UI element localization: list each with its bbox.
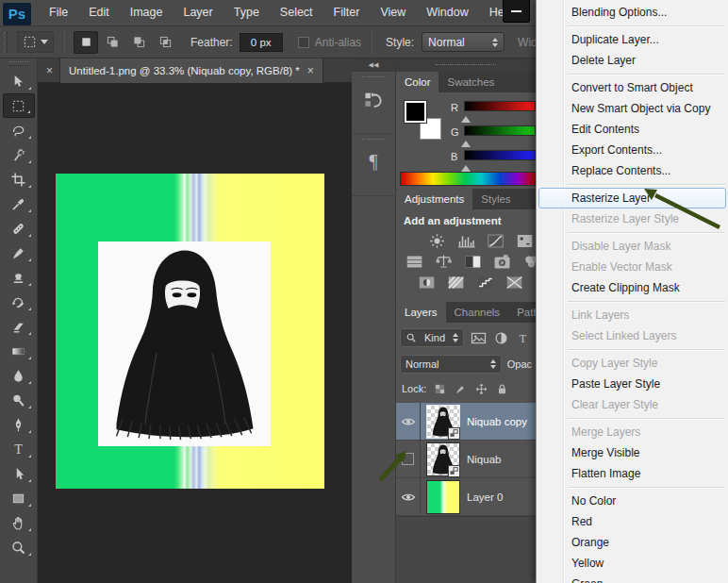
posterize-adjustment-icon[interactable] [446, 275, 466, 291]
brightness-contrast-adjustment-icon[interactable] [427, 233, 447, 249]
color-spectrum-ramp[interactable] [400, 172, 536, 186]
path-selection-tool[interactable] [3, 461, 35, 486]
menubar-item-filter[interactable]: Filter [323, 0, 371, 25]
layer-row-niquab[interactable]: Niquab [396, 441, 536, 478]
black-white-adjustment-icon[interactable] [463, 254, 483, 270]
tool-preset-picker[interactable] [17, 31, 54, 53]
photo-filter-adjustment-icon[interactable] [492, 254, 512, 270]
channel-slider-thumb[interactable] [461, 160, 471, 172]
brush-tool[interactable] [3, 241, 35, 265]
context-menu-item-create-clipping-mask[interactable]: Create Clipping Mask [538, 277, 726, 298]
context-menu-item-export-contents[interactable]: Export Contents... [538, 140, 726, 160]
lock-position-icon[interactable] [475, 383, 488, 395]
gradient-map-adjustment-icon[interactable] [505, 275, 524, 291]
menubar-item-select[interactable]: Select [270, 0, 323, 25]
invert-adjustment-icon[interactable] [417, 275, 437, 291]
channel-slider-track[interactable] [464, 125, 536, 136]
dock-item-paragraph[interactable]: ¶ [352, 134, 395, 196]
context-menu-item-green[interactable]: Green [538, 574, 726, 583]
magic-wand-tool[interactable] [3, 142, 35, 167]
layer-row-niquab-copy[interactable]: Niquab copy [396, 403, 536, 441]
tab-color[interactable]: Color [396, 72, 438, 92]
threshold-adjustment-icon[interactable] [475, 275, 495, 291]
canvas[interactable] [38, 83, 352, 583]
blend-mode-select[interactable]: Normal [400, 355, 502, 374]
channel-slider-track[interactable] [464, 150, 536, 160]
channel-slider-track[interactable] [464, 101, 536, 111]
dock-item-history[interactable] [352, 72, 395, 134]
panels-gripper[interactable] [396, 58, 536, 72]
new-selection-button[interactable] [74, 31, 98, 54]
dock-collapse-button[interactable]: ◀◀ [352, 58, 395, 72]
layer-visibility-toggle[interactable] [396, 478, 421, 516]
document-tab[interactable]: Untitled-1.png @ 33.3% (Niquab copy, RGB… [59, 58, 323, 83]
type-tool[interactable]: T [3, 437, 35, 461]
layer-visibility-toggle[interactable] [396, 403, 421, 441]
context-menu-item-duplicate-layer[interactable]: Duplicate Layer... [538, 29, 726, 50]
add-to-selection-button[interactable] [100, 31, 124, 54]
hand-tool[interactable] [3, 510, 35, 535]
menubar-item-view[interactable]: View [370, 0, 416, 25]
options-gripper[interactable] [4, 32, 8, 53]
close-icon[interactable]: × [38, 64, 59, 77]
filter-image-icon[interactable] [471, 331, 487, 345]
menubar-item-edit[interactable]: Edit [78, 0, 120, 25]
rectangular-marquee-tool[interactable] [3, 93, 35, 118]
rectangle-tool[interactable] [3, 486, 35, 510]
intersect-selection-button[interactable] [153, 31, 177, 54]
dodge-tool[interactable] [3, 388, 35, 412]
context-menu-item-orange[interactable]: Orange [538, 532, 726, 553]
filter-adjustment-icon[interactable] [494, 331, 508, 345]
layer-thumbnail[interactable] [427, 481, 459, 513]
hue-saturation-adjustment-icon[interactable] [405, 254, 424, 270]
filter-type-icon[interactable]: T [516, 331, 530, 345]
layer-filter-kind-select[interactable]: Kind [400, 328, 464, 347]
zoom-tool[interactable] [3, 535, 35, 559]
context-menu-item-blending-options[interactable]: Blending Options... [538, 2, 726, 23]
tab-layers[interactable]: Layers [396, 302, 446, 323]
context-menu-item-red[interactable]: Red [538, 511, 726, 532]
context-menu-item-yellow[interactable]: Yellow [538, 553, 726, 574]
lock-paint-icon[interactable] [455, 383, 467, 395]
tab-paths[interactable]: Paths [508, 302, 536, 323]
lock-transparency-icon[interactable] [434, 383, 446, 395]
tab-close-icon[interactable]: × [307, 64, 314, 77]
exposure-adjustment-icon[interactable] [515, 233, 535, 249]
color-balance-adjustment-icon[interactable] [434, 254, 454, 270]
menubar-item-file[interactable]: File [39, 0, 78, 25]
menubar-item-layer[interactable]: Layer [173, 0, 223, 25]
style-select[interactable]: Normal [422, 32, 505, 52]
history-brush-tool[interactable] [3, 290, 35, 314]
anti-alias-checkbox[interactable] [298, 37, 309, 48]
context-menu-item-delete-layer[interactable]: Delete Layer [538, 50, 726, 71]
clone-stamp-tool[interactable] [3, 265, 35, 290]
tab-channels[interactable]: Channels [446, 302, 509, 323]
foreground-color-swatch[interactable] [405, 101, 426, 123]
context-menu-item-flatten-image[interactable]: Flatten Image [538, 463, 726, 484]
curves-adjustment-icon[interactable] [486, 233, 505, 249]
layer-visibility-toggle[interactable] [396, 441, 421, 478]
context-menu-item-edit-contents[interactable]: Edit Contents [538, 119, 726, 140]
gradient-tool[interactable] [3, 339, 35, 363]
channel-mixer-adjustment-icon[interactable] [521, 254, 536, 270]
levels-adjustment-icon[interactable] [456, 233, 476, 249]
layer-row-layer-0[interactable]: Layer 0 [396, 478, 536, 516]
healing-brush-tool[interactable] [3, 216, 35, 241]
eyedropper-tool[interactable] [3, 192, 35, 216]
layer-thumbnail[interactable] [427, 406, 459, 438]
menubar-item-window[interactable]: Window [416, 0, 478, 25]
lock-all-icon[interactable] [496, 383, 508, 395]
menubar-item-image[interactable]: Image [120, 0, 174, 25]
context-menu-item-no-color[interactable]: No Color [538, 491, 726, 511]
context-menu-item-rasterize-layer[interactable]: Rasterize Layer [538, 188, 726, 208]
layer-thumbnail[interactable] [427, 443, 459, 475]
context-menu-item-merge-visible[interactable]: Merge Visible [538, 442, 726, 463]
lasso-tool[interactable] [3, 118, 35, 142]
crop-tool[interactable] [3, 167, 35, 192]
tab-styles[interactable]: Styles [472, 189, 519, 209]
menubar-item-type[interactable]: Type [223, 0, 270, 25]
subtract-from-selection-button[interactable] [126, 31, 151, 54]
context-menu-item-paste-layer-style[interactable]: Paste Layer Style [538, 374, 726, 394]
tab-swatches[interactable]: Swatches [438, 72, 503, 92]
blur-tool[interactable] [3, 363, 35, 388]
